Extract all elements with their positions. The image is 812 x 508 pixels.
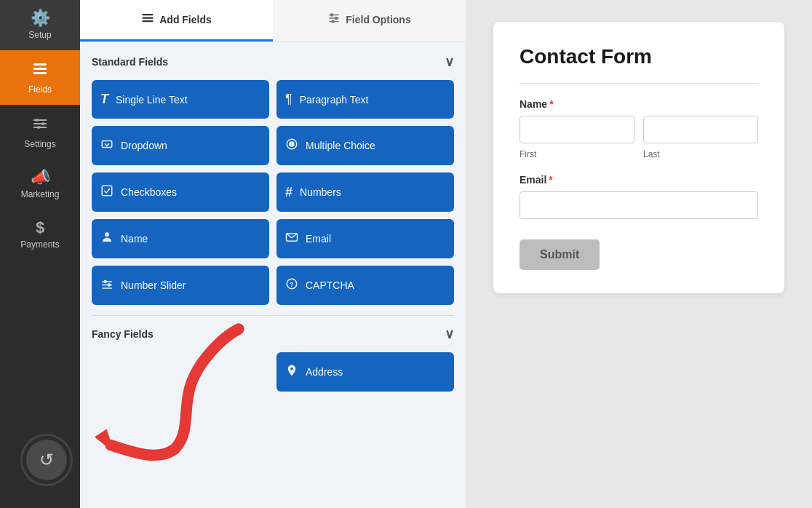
email-required-star: *	[549, 174, 552, 186]
svg-point-22	[105, 232, 109, 237]
sidebar-label-settings: Settings	[24, 139, 55, 149]
field-btn-captcha[interactable]: ? CAPTCHA	[276, 266, 454, 305]
undo-icon: ↺	[39, 450, 54, 470]
svg-rect-0	[33, 63, 47, 66]
svg-rect-27	[104, 281, 106, 283]
fields-divider	[92, 315, 454, 316]
fields-content: Standard Fields ∨ T Single Line Text ¶ P…	[80, 42, 466, 508]
standard-fields-title: Standard Fields	[92, 56, 168, 68]
dropdown-icon	[100, 138, 114, 154]
field-btn-dropdown[interactable]: Dropdown	[92, 126, 269, 165]
field-btn-multiple-choice-label: Multiple Choice	[306, 140, 375, 151]
undo-button[interactable]: ↺	[20, 434, 73, 486]
form-preview-panel: Contact Form Name* First Last Email*	[466, 0, 812, 508]
fancy-fields-title: Fancy Fields	[92, 328, 154, 340]
field-btn-paragraph-text-label: Paragraph Text	[300, 94, 369, 106]
name-required-star: *	[549, 98, 553, 110]
svg-rect-21	[102, 186, 112, 196]
form-card: Contact Form Name* First Last Email*	[493, 22, 784, 293]
undo-button-container: ↺	[20, 434, 73, 486]
field-btn-single-line-text[interactable]: T Single Line Text	[92, 80, 269, 119]
fancy-fields-chevron[interactable]: ∨	[445, 326, 454, 342]
name-field-label: Name*	[520, 98, 758, 110]
field-btn-checkboxes[interactable]: Checkboxes	[92, 172, 269, 212]
svg-rect-6	[36, 119, 39, 122]
last-sub-label: Last	[643, 149, 758, 159]
tab-field-options-label: Field Options	[346, 14, 410, 25]
name-icon	[100, 231, 114, 247]
tab-add-fields[interactable]: Add Fields	[80, 0, 273, 41]
svg-rect-10	[143, 17, 154, 19]
checkboxes-icon	[100, 184, 114, 200]
address-icon	[285, 364, 298, 380]
field-btn-email-label: Email	[306, 233, 331, 245]
sidebar: ⚙️ Setup Fields	[0, 0, 80, 508]
tabs-bar: Add Fields Field Options	[80, 0, 466, 42]
numbers-icon: #	[285, 185, 292, 200]
fields-panel: Add Fields Field Options	[80, 0, 466, 508]
svg-text:?: ?	[290, 281, 294, 288]
field-btn-address[interactable]: Address	[276, 352, 454, 392]
dollar-icon: $	[36, 220, 44, 236]
svg-rect-9	[143, 14, 154, 15]
tab-field-options[interactable]: Field Options	[273, 0, 466, 41]
field-btn-name[interactable]: Name	[92, 219, 269, 258]
field-btn-address-label: Address	[306, 366, 343, 378]
first-name-input[interactable]	[520, 116, 634, 143]
sidebar-item-settings[interactable]: Settings	[0, 105, 80, 159]
sidebar-item-payments[interactable]: $ Payments	[0, 210, 80, 260]
standard-fields-grid: T Single Line Text ¶ Paragraph Text D	[92, 80, 454, 305]
svg-rect-2	[33, 72, 47, 74]
svg-point-20	[290, 142, 294, 146]
multiple-choice-icon	[285, 138, 298, 154]
gear-icon: ⚙️	[31, 10, 50, 26]
field-btn-paragraph-text[interactable]: ¶ Paragraph Text	[276, 80, 454, 119]
field-btn-multiple-choice[interactable]: Multiple Choice	[276, 126, 454, 165]
field-btn-single-line-text-label: Single Line Text	[116, 94, 188, 106]
megaphone-icon: 📣	[31, 170, 50, 186]
sidebar-label-payments: Payments	[20, 239, 59, 250]
sidebar-item-setup[interactable]: ⚙️ Setup	[0, 0, 80, 50]
sidebar-item-fields[interactable]: Fields	[0, 50, 80, 105]
form-card-divider	[520, 83, 758, 84]
field-btn-captcha-label: CAPTCHA	[306, 279, 354, 291]
sidebar-item-marketing[interactable]: 📣 Marketing	[0, 159, 80, 210]
single-line-text-icon: T	[100, 92, 108, 107]
settings-icon	[31, 115, 49, 135]
field-options-tab-icon	[327, 12, 341, 28]
fancy-fields-grid: Address	[92, 352, 454, 392]
field-btn-numbers-label: Numbers	[300, 186, 341, 198]
standard-fields-chevron[interactable]: ∨	[445, 54, 454, 70]
number-slider-icon	[100, 277, 114, 293]
form-title: Contact Form	[520, 45, 758, 68]
sidebar-label-marketing: Marketing	[21, 189, 60, 199]
undo-button-inner: ↺	[26, 440, 67, 480]
email-input[interactable]	[520, 191, 758, 219]
fields-icon	[31, 60, 49, 81]
email-icon	[285, 231, 298, 247]
last-name-input[interactable]	[643, 116, 758, 143]
svg-rect-8	[37, 126, 40, 129]
name-sub-labels: First Last	[520, 146, 758, 159]
field-btn-email[interactable]: Email	[276, 219, 454, 258]
name-input-row	[520, 116, 758, 143]
add-fields-tab-icon	[141, 12, 154, 28]
svg-rect-28	[108, 284, 111, 286]
sidebar-label-setup: Setup	[28, 30, 51, 40]
field-btn-number-slider[interactable]: Number Slider	[92, 266, 269, 305]
fancy-fields-header: Fancy Fields ∨	[92, 326, 454, 342]
email-field-group: Email*	[520, 174, 758, 219]
svg-rect-1	[33, 68, 47, 70]
submit-button[interactable]: Submit	[520, 239, 600, 270]
svg-rect-7	[41, 122, 44, 125]
first-sub-label: First	[520, 149, 634, 159]
field-btn-name-label: Name	[121, 233, 148, 245]
name-field-group: Name* First Last	[520, 98, 758, 159]
svg-rect-11	[143, 20, 154, 22]
field-btn-number-slider-label: Number Slider	[121, 279, 186, 291]
field-btn-numbers[interactable]: # Numbers	[276, 172, 454, 212]
paragraph-text-icon: ¶	[285, 92, 292, 107]
field-btn-dropdown-label: Dropdown	[121, 140, 167, 151]
tab-add-fields-label: Add Fields	[159, 14, 212, 25]
sidebar-label-fields: Fields	[28, 84, 52, 95]
